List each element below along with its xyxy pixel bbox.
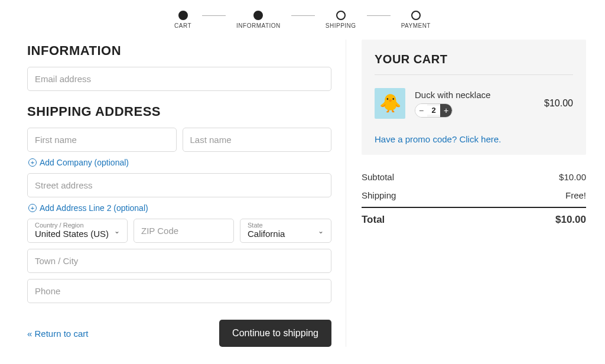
subtotal-label: Subtotal [362, 172, 394, 182]
zip-field[interactable] [134, 219, 234, 243]
country-value: United States (US) [35, 229, 120, 239]
state-select[interactable]: State California ⌄ [240, 219, 331, 243]
subtotal-value: $10.00 [559, 172, 586, 182]
last-name-field[interactable] [183, 128, 332, 152]
divider [375, 74, 573, 75]
country-select[interactable]: Country / Region United States (US) ⌄ [27, 219, 128, 243]
add-address-line2-link[interactable]: + Add Address Line 2 (optional) [28, 203, 148, 213]
state-floating-label: State [248, 222, 324, 229]
step-circle-icon [336, 11, 346, 20]
quantity-stepper: − 2 + [415, 103, 453, 118]
checkout-form: INFORMATION SHIPPING ADDRESS + Add Compa… [27, 40, 346, 347]
step-label: CART [174, 22, 191, 29]
first-name-field[interactable] [27, 128, 177, 152]
total-row: Total $10.00 [362, 207, 586, 230]
quantity-decrease-button[interactable]: − [415, 103, 427, 118]
plus-circle-icon: + [28, 204, 37, 212]
step-shipping[interactable]: SHIPPING [326, 11, 356, 29]
step-circle-icon [253, 11, 263, 20]
cart-heading: YOUR CART [375, 53, 573, 66]
state-value: California [248, 229, 324, 239]
add-company-label: Add Company (optional) [40, 158, 129, 167]
subtotal-row: Subtotal $10.00 [362, 168, 586, 186]
step-information[interactable]: INFORMATION [236, 11, 281, 29]
shipping-label: Shipping [362, 190, 396, 200]
step-cart[interactable]: CART [174, 11, 191, 29]
step-label: SHIPPING [326, 22, 356, 29]
continue-to-shipping-button[interactable]: Continue to shipping [219, 320, 331, 347]
quantity-increase-button[interactable]: + [440, 103, 452, 118]
step-label: PAYMENT [401, 22, 431, 29]
shipping-row: Shipping Free! [362, 186, 586, 204]
chevron-down-icon: ⌄ [318, 227, 324, 235]
town-city-field[interactable] [27, 249, 331, 273]
chevron-down-icon: ⌄ [114, 227, 120, 235]
totals: Subtotal $10.00 Shipping Free! Total $10… [362, 168, 586, 230]
total-value: $10.00 [555, 214, 586, 226]
product-name: Duck with necklace [415, 90, 535, 100]
step-connector [202, 15, 226, 16]
step-connector [367, 15, 391, 16]
phone-field[interactable] [27, 279, 331, 303]
step-label: INFORMATION [236, 22, 281, 29]
information-heading: INFORMATION [27, 43, 331, 58]
cart-item: 🐥 Duck with necklace − 2 + $10.00 [375, 88, 573, 119]
promo-code-link[interactable]: Have a promo code? Click here. [375, 134, 573, 144]
step-circle-icon [178, 11, 188, 20]
plus-circle-icon: + [28, 158, 37, 167]
email-field[interactable] [27, 67, 331, 91]
shipping-heading: SHIPPING ADDRESS [27, 104, 331, 119]
return-to-cart-link[interactable]: « Return to cart [27, 329, 88, 339]
checkout-stepper: CART INFORMATION SHIPPING PAYMENT [0, 0, 605, 34]
order-summary: YOUR CART 🐥 Duck with necklace − 2 + $10… [346, 40, 586, 347]
item-price: $10.00 [544, 98, 573, 109]
shipping-value: Free! [565, 190, 586, 200]
quantity-value: 2 [427, 106, 440, 115]
cart-panel: YOUR CART 🐥 Duck with necklace − 2 + $10… [362, 40, 586, 155]
product-thumbnail: 🐥 [375, 88, 405, 119]
add-company-link[interactable]: + Add Company (optional) [28, 158, 129, 167]
street-address-field[interactable] [27, 173, 331, 197]
add-line2-label: Add Address Line 2 (optional) [40, 203, 148, 213]
step-connector [291, 15, 315, 16]
step-circle-icon [411, 11, 421, 20]
step-payment[interactable]: PAYMENT [401, 11, 431, 29]
country-floating-label: Country / Region [35, 222, 120, 229]
total-label: Total [362, 214, 385, 226]
